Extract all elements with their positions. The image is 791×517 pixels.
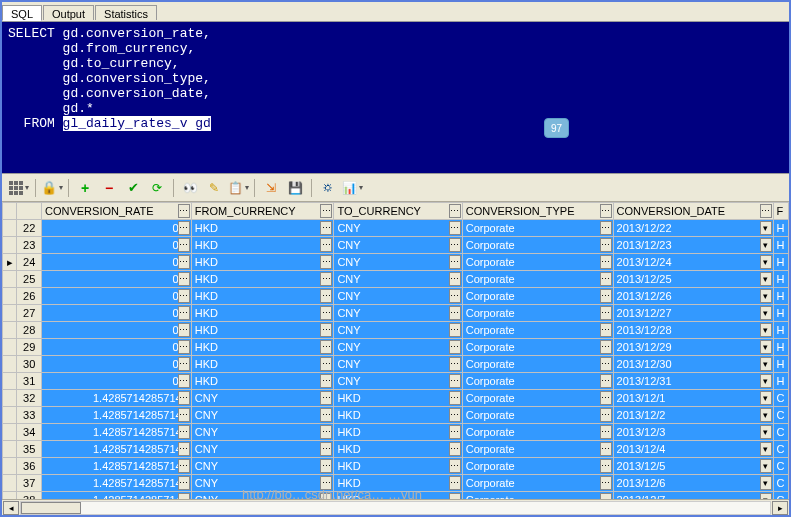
cell-conversion-rate[interactable]: 0.7 (41, 322, 191, 339)
scroll-track[interactable] (20, 501, 771, 515)
cell-picker-icon[interactable] (178, 476, 190, 490)
cell-picker-icon[interactable] (600, 357, 612, 371)
cell-next[interactable]: H (773, 254, 788, 271)
cell-to-currency[interactable]: CNY (334, 339, 462, 356)
cell-picker-icon[interactable] (600, 238, 612, 252)
cell-picker-icon[interactable] (449, 272, 461, 286)
cell-picker-icon[interactable] (178, 425, 190, 439)
cell-picker-icon[interactable] (320, 442, 332, 456)
cell-picker-icon[interactable] (449, 357, 461, 371)
cell-conversion-type[interactable]: Corporate (462, 271, 613, 288)
cell-picker-icon[interactable] (320, 408, 332, 422)
cell-conversion-date[interactable]: 2013/12/3 (613, 424, 773, 441)
cell-picker-icon[interactable] (320, 306, 332, 320)
col-picker-icon[interactable] (760, 204, 772, 218)
cell-conversion-rate[interactable]: 1.42857142857143 (41, 390, 191, 407)
cell-from-currency[interactable]: CNY (191, 441, 334, 458)
cell-conversion-type[interactable]: Corporate (462, 390, 613, 407)
filter-button[interactable]: ⛭ (317, 177, 339, 199)
export-button[interactable]: ⇲ (260, 177, 282, 199)
commit-button[interactable]: ✔ (122, 177, 144, 199)
cell-picker-icon[interactable] (320, 425, 332, 439)
table-row[interactable]: 280.7HKDCNYCorporate2013/12/28H (3, 322, 789, 339)
cell-picker-icon[interactable] (178, 323, 190, 337)
cell-picker-icon[interactable] (600, 459, 612, 473)
cell-conversion-date[interactable]: 2013/12/28 (613, 322, 773, 339)
cell-next[interactable]: C (773, 424, 788, 441)
table-row[interactable]: 310.7HKDCNYCorporate2013/12/31H (3, 373, 789, 390)
cell-conversion-rate[interactable]: 1.42857142857143 (41, 407, 191, 424)
cell-conversion-type[interactable]: Corporate (462, 458, 613, 475)
date-picker-icon[interactable] (760, 476, 772, 490)
cell-conversion-date[interactable]: 2013/12/2 (613, 407, 773, 424)
date-picker-icon[interactable] (760, 493, 772, 499)
date-picker-icon[interactable] (760, 408, 772, 422)
cell-conversion-date[interactable]: 2013/12/26 (613, 288, 773, 305)
date-picker-icon[interactable] (760, 442, 772, 456)
col-header-conversion-date[interactable]: CONVERSION_DATE (613, 203, 773, 220)
cell-next[interactable]: H (773, 373, 788, 390)
table-row[interactable]: 290.7HKDCNYCorporate2013/12/29H (3, 339, 789, 356)
cell-to-currency[interactable]: HKD (334, 424, 462, 441)
cell-conversion-type[interactable]: Corporate (462, 288, 613, 305)
cell-conversion-date[interactable]: 2013/12/1 (613, 390, 773, 407)
cell-picker-icon[interactable] (449, 238, 461, 252)
cell-conversion-type[interactable]: Corporate (462, 356, 613, 373)
table-row[interactable]: 230.7HKDCNYCorporate2013/12/23H (3, 237, 789, 254)
cell-picker-icon[interactable] (600, 323, 612, 337)
table-row[interactable]: ▸240.7HKDCNYCorporate2013/12/24H (3, 254, 789, 271)
cell-picker-icon[interactable] (320, 357, 332, 371)
cell-picker-icon[interactable] (178, 255, 190, 269)
copy-button[interactable]: 📋 (227, 177, 249, 199)
cell-conversion-date[interactable]: 2013/12/25 (613, 271, 773, 288)
cell-picker-icon[interactable] (320, 459, 332, 473)
cell-next[interactable]: H (773, 339, 788, 356)
cell-from-currency[interactable]: HKD (191, 322, 334, 339)
date-picker-icon[interactable] (760, 374, 772, 388)
cell-conversion-date[interactable]: 2013/12/29 (613, 339, 773, 356)
cell-conversion-rate[interactable]: 0.7 (41, 220, 191, 237)
cell-conversion-type[interactable]: Corporate (462, 339, 613, 356)
cell-from-currency[interactable]: HKD (191, 373, 334, 390)
cell-picker-icon[interactable] (600, 289, 612, 303)
grid-view-button[interactable] (8, 177, 30, 199)
table-row[interactable]: 300.7HKDCNYCorporate2013/12/30H (3, 356, 789, 373)
cell-picker-icon[interactable] (449, 255, 461, 269)
cell-conversion-date[interactable]: 2013/12/30 (613, 356, 773, 373)
cell-picker-icon[interactable] (449, 289, 461, 303)
cell-picker-icon[interactable] (449, 306, 461, 320)
cell-next[interactable]: C (773, 407, 788, 424)
cell-to-currency[interactable]: CNY (334, 322, 462, 339)
cell-picker-icon[interactable] (600, 340, 612, 354)
cell-picker-icon[interactable] (449, 425, 461, 439)
scroll-thumb[interactable] (21, 502, 81, 514)
cell-conversion-date[interactable]: 2013/12/24 (613, 254, 773, 271)
cell-from-currency[interactable]: CNY (191, 407, 334, 424)
results-grid[interactable]: CONVERSION_RATE FROM_CURRENCY TO_CURRENC… (2, 202, 789, 499)
cell-conversion-rate[interactable]: 0.7 (41, 356, 191, 373)
cell-next[interactable]: H (773, 220, 788, 237)
delete-row-button[interactable]: − (98, 177, 120, 199)
cell-picker-icon[interactable] (178, 340, 190, 354)
cell-to-currency[interactable]: CNY (334, 220, 462, 237)
refresh-button[interactable]: ⟳ (146, 177, 168, 199)
cell-picker-icon[interactable] (320, 221, 332, 235)
date-picker-icon[interactable] (760, 391, 772, 405)
cell-to-currency[interactable]: CNY (334, 288, 462, 305)
cell-conversion-rate[interactable]: 0.7 (41, 339, 191, 356)
cell-picker-icon[interactable] (449, 374, 461, 388)
cell-to-currency[interactable]: HKD (334, 390, 462, 407)
cell-conversion-date[interactable]: 2013/12/7 (613, 492, 773, 500)
cell-picker-icon[interactable] (449, 493, 461, 499)
cell-conversion-rate[interactable]: 0.7 (41, 288, 191, 305)
cell-conversion-type[interactable]: Corporate (462, 373, 613, 390)
cell-picker-icon[interactable] (320, 493, 332, 499)
cell-picker-icon[interactable] (178, 391, 190, 405)
cell-conversion-rate[interactable]: 0.7 (41, 254, 191, 271)
table-row[interactable]: 260.7HKDCNYCorporate2013/12/26H (3, 288, 789, 305)
cell-conversion-type[interactable]: Corporate (462, 424, 613, 441)
cell-picker-icon[interactable] (449, 459, 461, 473)
cell-from-currency[interactable]: HKD (191, 254, 334, 271)
table-row[interactable]: 381.42857142857143CNYHKDCorporate2013/12… (3, 492, 789, 500)
col-header-conversion-type[interactable]: CONVERSION_TYPE (462, 203, 613, 220)
